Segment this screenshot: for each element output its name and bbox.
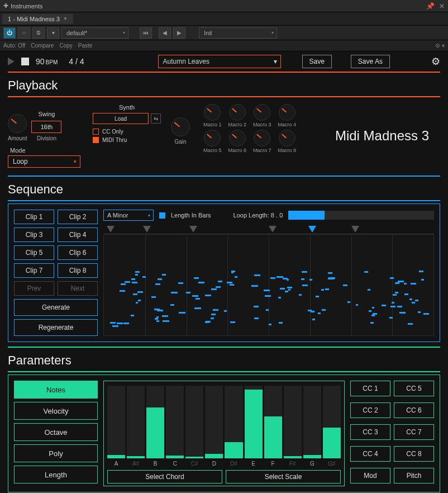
midithru-checkbox[interactable] [93,137,99,143]
clip-button-4[interactable]: Clip 4 [58,227,98,242]
play-button[interactable] [8,58,15,65]
clip-button-2[interactable]: Clip 2 [58,210,98,224]
timeline-marker[interactable] [308,226,316,233]
param-tab-velocity[interactable]: Velocity [14,402,98,420]
cc-button-mod[interactable]: Mod [350,468,390,483]
param-tab-notes[interactable]: Notes [14,381,98,399]
macro-knob[interactable] [279,130,296,146]
settings-icon[interactable]: ⚙ [431,55,440,68]
preset-select[interactable]: Autumn Leaves [158,55,281,68]
macro-knob[interactable] [254,130,270,146]
add-icon[interactable]: ✚ [3,2,8,10]
next-preset-button[interactable]: ▶ [173,27,185,39]
note-bar-D[interactable]: D [205,386,223,467]
timeline-marker[interactable] [351,226,359,233]
file-button[interactable]: 🗎 [32,27,45,39]
length-in-bars-checkbox[interactable] [159,212,165,219]
host-preset-select[interactable]: default* [61,27,128,39]
param-tab-octave[interactable]: Octave [14,423,98,441]
swing-amount-knob[interactable] [8,114,27,133]
note-bar-Asharp[interactable]: A# [127,386,145,467]
compare-button[interactable]: Compare [31,42,54,49]
cc-button-cc-2[interactable]: CC 2 [350,402,390,418]
scale-select[interactable]: A Minor [103,210,154,221]
first-button[interactable]: ⏮ [140,27,152,39]
file-dropdown[interactable]: ▾ [47,27,59,39]
timeline-marker[interactable] [269,226,277,233]
note-bars[interactable]: AA#BCC#DD#EFF#GG# [107,386,341,467]
headphone-button[interactable]: ∩ [18,27,30,39]
param-tab-length[interactable]: Length [14,466,98,483]
macro-knob[interactable] [204,130,221,146]
param-tab-poly[interactable]: Poly [14,444,98,462]
cc-button-cc-6[interactable]: CC 6 [394,402,434,418]
macro-8[interactable]: Macro 8 [278,130,297,153]
select-scale-button[interactable]: Select Scale [226,470,341,483]
swing-division-select[interactable]: 16th [31,121,61,133]
close-icon[interactable]: ✕ [439,2,445,10]
timeline-marker[interactable] [107,226,115,233]
macro-6[interactable]: Macro 6 [228,130,247,153]
note-bar-Fsharp[interactable]: F# [284,386,302,467]
marker-row[interactable] [103,224,434,234]
pin-icon[interactable]: 📌 [426,2,435,10]
loop-length-slider[interactable] [288,211,434,220]
power-button[interactable]: ⏻ [3,27,16,39]
macro-knob[interactable] [279,104,296,121]
clip-button-7[interactable]: Clip 7 [14,263,54,278]
cc-button-cc-3[interactable]: CC 3 [350,424,390,440]
note-bar-B[interactable]: B [146,386,164,467]
clip-button-5[interactable]: Clip 5 [14,245,54,260]
note-bar-F[interactable]: F [264,386,282,467]
macro-knob[interactable] [229,130,246,146]
clip-button-1[interactable]: Clip 1 [14,210,54,224]
plugin-tab[interactable]: 1 - Midi Madness 3 ▼ [2,14,73,24]
stop-button[interactable] [21,58,29,65]
note-bar-Csharp[interactable]: C# [185,386,203,467]
saveas-button[interactable]: Save As [351,55,390,68]
macro-knob[interactable] [204,104,221,121]
timeline-marker[interactable] [143,226,151,233]
cc-button-pitch[interactable]: Pitch [394,468,434,483]
piano-roll[interactable] [103,234,434,336]
cc-button-cc-4[interactable]: CC 4 [350,446,390,462]
chevron-down-icon[interactable]: ▼ [63,16,68,21]
link-icon[interactable]: ⇆ [151,113,161,124]
macro-1[interactable]: Macro 1 [203,104,222,127]
macro-2[interactable]: Macro 2 [228,104,247,127]
cc-button-cc-7[interactable]: CC 7 [394,424,434,440]
bpm-display[interactable]: 90BPM [36,57,58,66]
mode-select[interactable]: Loop [8,155,80,168]
note-bar-Gsharp[interactable]: G# [323,386,341,467]
copy-button[interactable]: Copy [59,42,72,49]
macro-knob[interactable] [254,104,270,121]
note-bar-G[interactable]: G [303,386,321,467]
note-bar-A[interactable]: A [107,386,125,467]
macro-3[interactable]: Macro 3 [253,104,271,127]
clip-button-3[interactable]: Clip 3 [14,227,54,242]
clip-button-8[interactable]: Clip 8 [58,263,98,278]
paste-button[interactable]: Paste [78,42,93,49]
synth-load-button[interactable]: Load [93,113,149,124]
auto-label[interactable]: Auto: Off [3,42,25,49]
host-init-select[interactable]: Init [199,27,277,39]
timeline-marker[interactable] [189,226,197,233]
gain-knob[interactable] [171,117,190,136]
note-bar-Dsharp[interactable]: D# [225,386,242,467]
macro-4[interactable]: Macro 4 [278,104,297,127]
regenerate-button[interactable]: Regenerate [14,319,98,336]
note-bar-C[interactable]: C [166,386,184,467]
cconly-checkbox[interactable] [93,129,99,135]
macro-7[interactable]: Macro 7 [253,130,271,153]
select-chord-button[interactable]: Select Chord [107,470,222,483]
cc-button-cc-5[interactable]: CC 5 [394,381,434,396]
next-clip-button[interactable]: Next [58,281,98,296]
prev-clip-button[interactable]: Prev [14,281,54,296]
timesig-display[interactable]: 4 / 4 [69,57,84,66]
save-button[interactable]: Save [302,55,332,68]
gear-icon[interactable]: ⚙ ▾ [435,42,445,49]
macro-5[interactable]: Macro 5 [203,130,222,153]
generate-button[interactable]: Generate [14,299,98,316]
macro-knob[interactable] [229,104,246,121]
clip-button-6[interactable]: Clip 6 [58,245,98,260]
